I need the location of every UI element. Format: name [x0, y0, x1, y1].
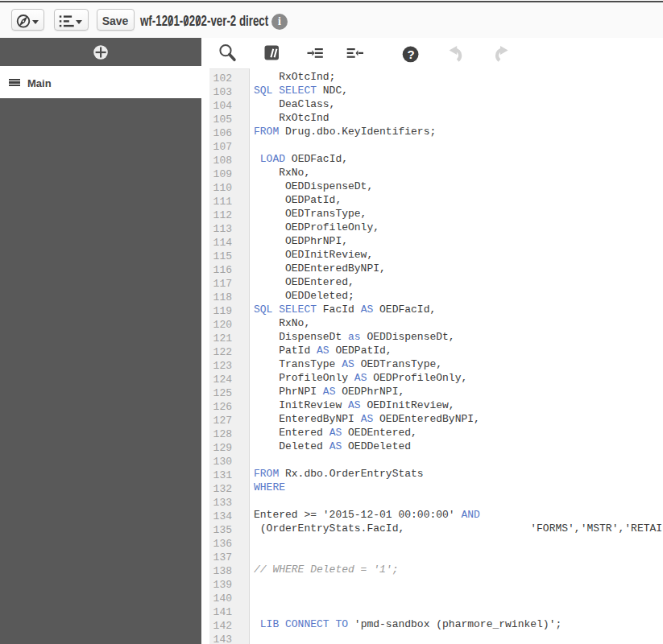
svg-text:?: ?	[407, 47, 414, 61]
